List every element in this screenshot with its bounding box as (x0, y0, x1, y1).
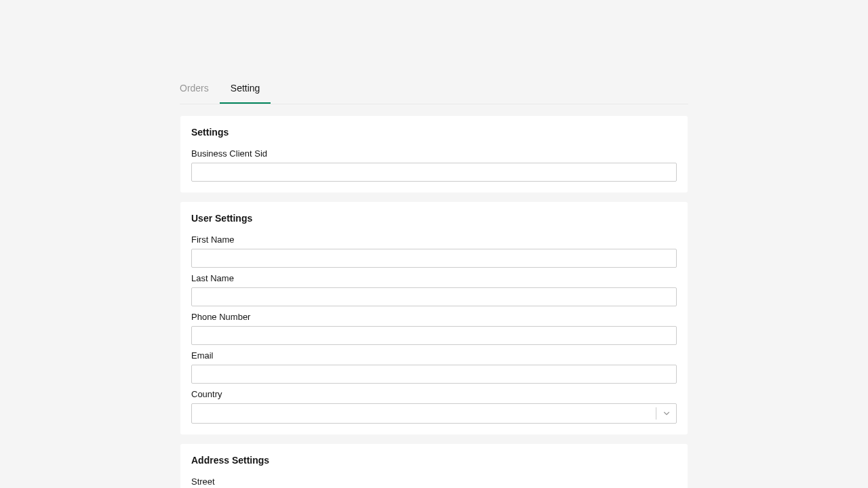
field-country: Country (191, 389, 677, 424)
label-last-name: Last Name (191, 273, 677, 283)
card-user-settings-title: User Settings (191, 213, 677, 224)
label-business-client-sid: Business Client Sid (191, 148, 677, 159)
input-phone-number[interactable] (191, 326, 677, 345)
field-email: Email (191, 350, 677, 384)
tab-setting[interactable]: Setting (220, 73, 271, 104)
label-street: Street (191, 476, 677, 487)
field-first-name: First Name (191, 235, 677, 268)
select-country[interactable] (191, 403, 677, 424)
label-phone-number: Phone Number (191, 312, 677, 322)
input-business-client-sid[interactable] (191, 163, 677, 182)
label-first-name: First Name (191, 235, 677, 245)
input-first-name[interactable] (191, 249, 677, 268)
card-address-settings: Address Settings Street (180, 443, 688, 488)
select-separator (656, 407, 656, 420)
tabs: Orders Setting (180, 73, 688, 104)
card-user-settings: User Settings First Name Last Name Phone… (180, 201, 688, 435)
label-email: Email (191, 350, 677, 361)
card-settings-title: Settings (191, 127, 677, 138)
input-last-name[interactable] (191, 287, 677, 306)
field-business-client-sid: Business Client Sid (191, 148, 677, 182)
label-country: Country (191, 389, 677, 399)
field-street: Street (191, 476, 677, 488)
card-settings: Settings Business Client Sid (180, 115, 688, 193)
tab-orders[interactable]: Orders (180, 73, 220, 104)
field-phone-number: Phone Number (191, 312, 677, 345)
card-address-settings-title: Address Settings (191, 455, 677, 466)
input-email[interactable] (191, 365, 677, 384)
select-country-value (191, 403, 677, 424)
field-last-name: Last Name (191, 273, 677, 306)
